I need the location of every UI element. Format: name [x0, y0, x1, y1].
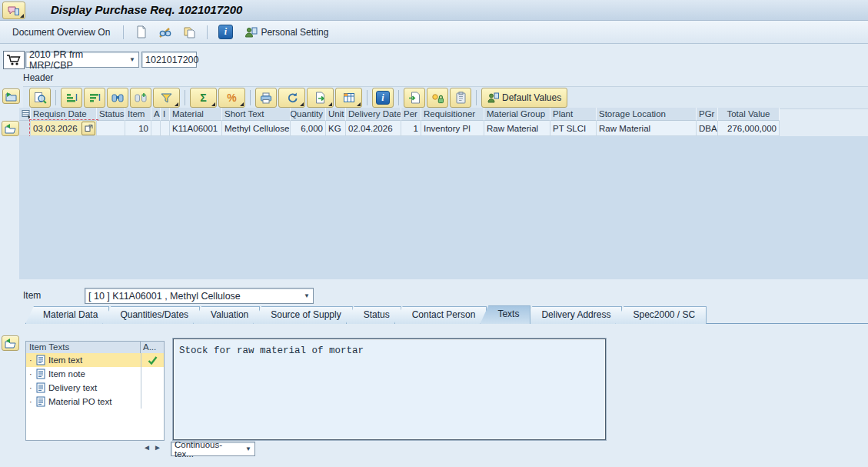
transfer-button[interactable] — [404, 88, 425, 108]
binoculars-plus-icon — [135, 92, 147, 103]
display-change-button[interactable] — [156, 24, 175, 41]
items-collapse-button[interactable] — [2, 121, 19, 136]
find-next-button[interactable] — [130, 88, 151, 108]
item-collapse-button[interactable] — [2, 335, 19, 351]
column-header[interactable]: Requisn Date — [31, 108, 97, 121]
subtotal-button[interactable]: % — [218, 88, 245, 108]
filter-button[interactable] — [153, 88, 180, 108]
document-overview-button[interactable]: Document Overview On — [8, 25, 115, 39]
column-header[interactable]: Delivery Date — [346, 108, 401, 121]
column-header[interactable]: Material — [170, 108, 222, 121]
tab-status[interactable]: Status — [346, 306, 401, 324]
magnifier-icon — [34, 92, 47, 105]
services-for-object-icon — [8, 5, 20, 16]
column-header[interactable]: Status — [97, 108, 125, 121]
requisn-date-cell[interactable]: 03.03.2026 — [31, 121, 97, 136]
unit-cell[interactable]: KG — [326, 121, 346, 136]
tab-delivery-address[interactable]: Delivery Address — [524, 306, 622, 324]
services-for-object-button[interactable] — [2, 2, 25, 19]
document-type-select[interactable]: 2010 PR frm MRP/CBP ▼ — [25, 52, 139, 68]
row-selector-cell[interactable] — [19, 121, 31, 136]
default-values-button[interactable]: Default Values — [481, 88, 567, 108]
copy-button[interactable] — [180, 24, 198, 41]
row-selector-header[interactable] — [19, 108, 31, 121]
personal-setting-button[interactable]: Personal Setting — [240, 25, 333, 39]
item-cell[interactable]: 10 — [125, 121, 151, 136]
glasses-pencil-icon — [158, 26, 172, 38]
material-cell[interactable]: K11A06001 — [170, 121, 222, 136]
a-cell[interactable] — [151, 121, 161, 136]
toolbar-separator — [185, 90, 185, 105]
print-button[interactable] — [255, 88, 277, 108]
document-number-field[interactable]: 1021017200 — [141, 52, 197, 68]
default-values-label: Default Values — [502, 92, 561, 103]
create-document-button[interactable] — [132, 24, 151, 41]
information-button[interactable]: i — [216, 24, 234, 41]
attachments-button[interactable] — [450, 88, 471, 108]
list-item-item-note[interactable]: · Item note — [26, 367, 164, 381]
status-cell[interactable] — [97, 121, 125, 136]
document-type-value: 2010 PR frm MRP/CBP — [29, 49, 125, 71]
requisitioner-cell[interactable]: Inventory Pl — [421, 121, 484, 136]
column-header[interactable]: Requisitioner — [421, 108, 484, 121]
column-header[interactable]: PGr — [697, 108, 718, 121]
column-header[interactable]: A — [151, 108, 161, 121]
list-item-material-po-text[interactable]: · Material PO text — [26, 395, 164, 409]
grid-information-button[interactable]: i — [372, 88, 394, 108]
find-button[interactable] — [107, 88, 128, 108]
column-header[interactable]: Total Value — [718, 108, 780, 121]
header-expand-button[interactable] — [2, 88, 20, 104]
sort-descending-button[interactable] — [84, 88, 105, 108]
list-item-item-text[interactable]: · Item text — [26, 353, 164, 367]
short-text-cell[interactable]: Methyl Cellulose — [222, 121, 291, 136]
total-value-cell[interactable]: 276,000,000 — [718, 121, 780, 136]
i-cell[interactable] — [161, 121, 170, 136]
per-cell[interactable]: 1 — [401, 121, 421, 136]
item-texts-title: Item Texts — [26, 342, 141, 353]
date-detail-button[interactable] — [81, 122, 95, 135]
text-format-select[interactable]: Continuous-tex... ▼ — [171, 442, 255, 456]
views-button[interactable] — [278, 88, 305, 108]
column-header[interactable]: Unit — [326, 108, 346, 121]
pgr-cell[interactable]: DBA — [697, 121, 718, 136]
plant-cell[interactable]: PT SLCI — [550, 121, 597, 136]
toolbar-separator — [207, 25, 208, 39]
material-group-cell[interactable]: Raw Material — [484, 121, 550, 136]
printer-icon — [260, 92, 272, 104]
tab-source-of-supply[interactable]: Source of Supply — [253, 306, 352, 324]
column-header[interactable]: Quantity — [291, 108, 326, 121]
sap-window: Display Purchase Req. 1021017200 Documen… — [0, 0, 868, 467]
layout-button[interactable] — [335, 88, 362, 108]
tab-contact-person[interactable]: Contact Person — [394, 306, 487, 324]
storage-location-cell[interactable]: Raw Material — [597, 121, 697, 136]
quantity-cell[interactable]: 6,000 — [291, 121, 326, 136]
column-header[interactable]: I — [161, 108, 170, 121]
list-item-delivery-text[interactable]: · Delivery text — [26, 381, 164, 395]
tab-material-data[interactable]: Material Data — [25, 306, 109, 324]
text-editor[interactable]: Stock for raw material of mortar — [173, 339, 606, 440]
column-header[interactable]: Per — [401, 108, 421, 121]
item-select[interactable]: [ 10 ] K11A06001 , Methyl Cellulose ▼ — [85, 288, 314, 304]
column-header[interactable]: Short Text — [222, 108, 291, 121]
delivery-date-cell[interactable]: 02.04.2026 — [346, 121, 401, 136]
tab-quantities-dates[interactable]: Quantities/Dates — [102, 306, 200, 324]
column-header[interactable]: Plant — [550, 108, 597, 121]
toolbar-separator — [367, 90, 367, 105]
scroll-right-icon[interactable]: ► — [154, 443, 161, 452]
export-button[interactable] — [307, 88, 334, 108]
tab-valuation[interactable]: Valuation — [193, 306, 260, 324]
sort-ascending-button[interactable] — [61, 88, 82, 108]
column-header[interactable]: Storage Location — [597, 108, 697, 121]
details-button[interactable] — [29, 88, 51, 108]
page-arrow-icon — [408, 92, 421, 104]
sum-button[interactable]: Σ — [190, 88, 217, 108]
tab-texts[interactable]: Texts — [480, 305, 530, 324]
purchase-req-cart-button[interactable] — [3, 51, 25, 69]
column-header[interactable]: Material Group — [484, 108, 550, 121]
availability-check-button[interactable] — [427, 88, 448, 108]
page-title: Display Purchase Req. 1021017200 — [51, 3, 242, 16]
column-header[interactable]: Item — [125, 108, 151, 121]
tab-spec2000-sc[interactable]: Spec2000 / SC — [615, 306, 707, 324]
scroll-left-icon[interactable]: ◄ — [143, 443, 151, 452]
sort-ascending-icon — [66, 92, 78, 103]
